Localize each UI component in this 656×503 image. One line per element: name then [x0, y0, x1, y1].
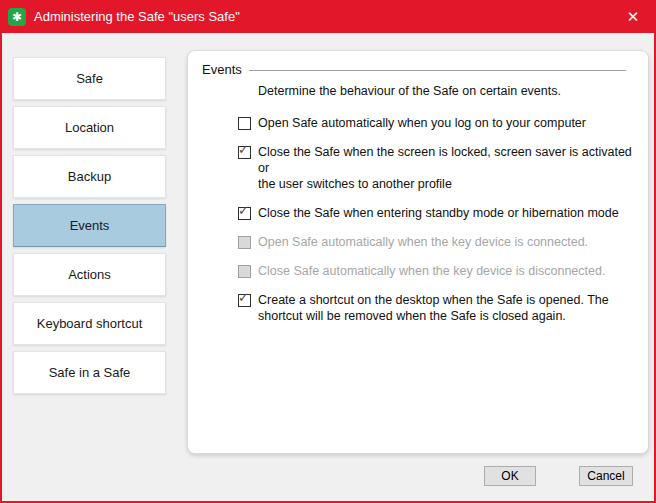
- checkbox-label: Close Safe automatically when the key de…: [258, 263, 605, 279]
- sidebar-item-label: Location: [65, 120, 114, 135]
- cancel-button[interactable]: Cancel: [579, 466, 633, 486]
- dialog-window: ✱ Administering the Safe "users Safe" ✕ …: [0, 0, 656, 503]
- checkbox-label[interactable]: Close the Safe when the screen is locked…: [258, 144, 641, 192]
- checkbox: ✓: [238, 236, 251, 249]
- checkbox[interactable]: ✓: [238, 146, 251, 159]
- sidebar-item-safe[interactable]: Safe: [13, 57, 166, 100]
- safe-app-icon: ✱: [8, 8, 26, 26]
- checkbox-label[interactable]: Open Safe automatically when you log on …: [258, 115, 586, 131]
- sidebar-item-safe-in-a-safe[interactable]: Safe in a Safe: [13, 351, 166, 394]
- sidebar-item-events[interactable]: Events: [13, 204, 166, 247]
- sidebar-item-actions[interactable]: Actions: [13, 253, 166, 296]
- checkbox-label[interactable]: Create a shortcut on the desktop when th…: [258, 292, 609, 324]
- checkmark-icon: ✓: [238, 291, 249, 304]
- titlebar[interactable]: ✱ Administering the Safe "users Safe" ✕: [0, 0, 656, 33]
- checkbox-label[interactable]: Close the Safe when entering standby mod…: [258, 205, 619, 221]
- checkbox-row: ✓ Open Safe automatically when you log o…: [238, 115, 641, 131]
- checkbox[interactable]: ✓: [238, 207, 251, 220]
- ok-button[interactable]: OK: [484, 466, 536, 486]
- header-divider: [249, 70, 626, 71]
- checkbox[interactable]: ✓: [238, 294, 251, 307]
- checkbox-row: ✓ Create a shortcut on the desktop when …: [238, 292, 641, 324]
- checkmark-icon: ✓: [238, 204, 249, 217]
- checkbox: ✓: [238, 265, 251, 278]
- sidebar-item-label: Actions: [68, 267, 111, 282]
- checkbox-label: Open Safe automatically when the key dev…: [258, 234, 588, 250]
- window-title: Administering the Safe "users Safe": [34, 9, 240, 24]
- sidebar-item-label: Backup: [68, 169, 111, 184]
- sidebar-item-label: Keyboard shortcut: [37, 316, 143, 331]
- sidebar-item-label: Safe: [76, 71, 103, 86]
- checkbox-row: ✓ Close Safe automatically when the key …: [238, 263, 641, 279]
- checkbox-row: ✓ Open Safe automatically when the key d…: [238, 234, 641, 250]
- sidebar: Safe Location Backup Events Actions Keyb…: [2, 33, 189, 501]
- checkbox-row: ✓ Close the Safe when entering standby m…: [238, 205, 641, 221]
- events-panel: Events Determine the behaviour of the Sa…: [187, 50, 649, 454]
- checkbox[interactable]: ✓: [238, 117, 251, 130]
- sidebar-item-location[interactable]: Location: [13, 106, 166, 149]
- close-icon[interactable]: ✕: [610, 0, 656, 33]
- checkbox-row: ✓ Close the Safe when the screen is lock…: [238, 144, 641, 192]
- sidebar-item-backup[interactable]: Backup: [13, 155, 166, 198]
- checkbox-list: ✓ Open Safe automatically when you log o…: [238, 115, 641, 337]
- panel-description: Determine the behaviour of the Safe on c…: [258, 84, 561, 98]
- sidebar-item-label: Safe in a Safe: [49, 365, 131, 380]
- panel-title: Events: [202, 62, 242, 77]
- checkmark-icon: ✓: [238, 143, 249, 156]
- sidebar-item-label: Events: [70, 218, 110, 233]
- sidebar-item-keyboard-shortcut[interactable]: Keyboard shortcut: [13, 302, 166, 345]
